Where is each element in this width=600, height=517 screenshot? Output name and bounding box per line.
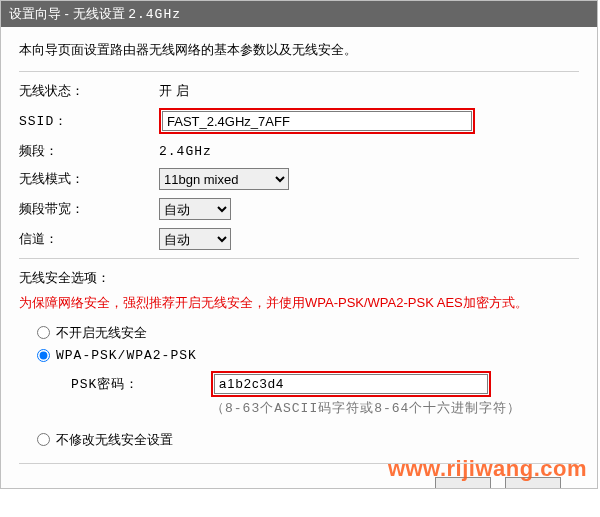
psk-hint: （8-63个ASCII码字符或8-64个十六进制字符） <box>211 399 579 417</box>
radio-row-disable[interactable]: 不开启无线安全 <box>37 324 579 342</box>
security-warning: 为保障网络安全，强烈推荐开启无线安全，并使用WPA-PSK/WPA2-PSK A… <box>19 293 579 314</box>
highlight-ssid <box>159 108 475 134</box>
row-wireless-status: 无线状态： 开 启 <box>19 82 579 100</box>
window-title: 设置向导 - 无线设置 2.4GHz <box>1 1 597 27</box>
button-row <box>435 477 561 488</box>
value-band: 2.4GHz <box>159 144 212 159</box>
label-ssid: SSID： <box>19 112 159 130</box>
radio-label-wpa: WPA-PSK/WPA2-PSK <box>56 348 197 363</box>
label-wireless-mode: 无线模式： <box>19 170 159 188</box>
psk-input[interactable] <box>214 374 488 394</box>
radio-disable[interactable] <box>37 326 50 339</box>
title-band: 2.4GHz <box>128 7 181 22</box>
next-button[interactable] <box>505 477 561 488</box>
label-bandwidth: 频段带宽： <box>19 200 159 218</box>
intro-text: 本向导页面设置路由器无线网络的基本参数以及无线安全。 <box>19 41 579 59</box>
wireless-mode-select[interactable]: 11bgn mixed <box>159 168 289 190</box>
divider-mid <box>19 258 579 259</box>
label-channel: 信道： <box>19 230 159 248</box>
bandwidth-select[interactable]: 自动 <box>159 198 231 220</box>
radio-wpa[interactable] <box>37 349 50 362</box>
radio-keep[interactable] <box>37 433 50 446</box>
radio-row-wpa[interactable]: WPA-PSK/WPA2-PSK <box>37 348 579 363</box>
divider-top <box>19 71 579 72</box>
value-wireless-status: 开 启 <box>159 82 189 100</box>
row-bandwidth: 频段带宽： 自动 <box>19 198 579 220</box>
ssid-input[interactable] <box>162 111 472 131</box>
label-psk: PSK密码： <box>71 375 211 393</box>
row-psk: PSK密码： <box>71 371 579 397</box>
security-title: 无线安全选项： <box>19 269 579 287</box>
prev-button[interactable] <box>435 477 491 488</box>
title-text: 设置向导 - 无线设置 <box>9 6 125 21</box>
wizard-panel: 设置向导 - 无线设置 2.4GHz 本向导页面设置路由器无线网络的基本参数以及… <box>0 0 598 489</box>
security-options: 不开启无线安全 WPA-PSK/WPA2-PSK PSK密码： （8-63个AS… <box>37 324 579 449</box>
channel-select[interactable]: 自动 <box>159 228 231 250</box>
highlight-psk <box>211 371 491 397</box>
divider-bottom <box>19 463 579 464</box>
panel-body: 本向导页面设置路由器无线网络的基本参数以及无线安全。 无线状态： 开 启 SSI… <box>1 27 597 488</box>
radio-label-keep: 不修改无线安全设置 <box>56 431 173 449</box>
row-channel: 信道： 自动 <box>19 228 579 250</box>
row-wireless-mode: 无线模式： 11bgn mixed <box>19 168 579 190</box>
label-wireless-status: 无线状态： <box>19 82 159 100</box>
row-band: 频段： 2.4GHz <box>19 142 579 160</box>
label-band: 频段： <box>19 142 159 160</box>
row-ssid: SSID： <box>19 108 579 134</box>
radio-label-disable: 不开启无线安全 <box>56 324 147 342</box>
radio-row-keep[interactable]: 不修改无线安全设置 <box>37 431 579 449</box>
